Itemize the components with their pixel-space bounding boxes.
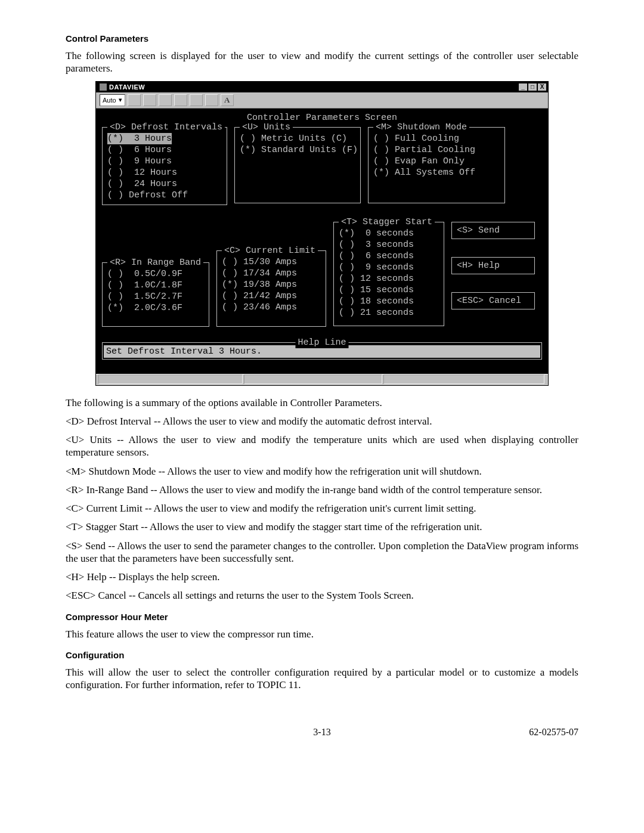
radio-option[interactable]: (*) 3 Hours bbox=[107, 133, 172, 144]
terminal-area: Controller Parameters Screen <D> Defrost… bbox=[96, 109, 548, 374]
titlebar: DATAVIEW _ □ X bbox=[96, 82, 548, 92]
radio-option[interactable]: ( ) 3 seconds bbox=[339, 239, 439, 250]
app-icon bbox=[100, 83, 107, 91]
status-panel-2 bbox=[244, 374, 382, 384]
group-current-limit[interactable]: <C> Current Limit ( ) 15/30 Amps( ) 17/3… bbox=[216, 250, 326, 327]
summary-item: <H> Help -- Displays the help screen. bbox=[66, 571, 578, 583]
summary-item: <ESC> Cancel -- Cancels all settings and… bbox=[66, 589, 578, 602]
help-line-legend: Help Line bbox=[295, 337, 348, 348]
section-heading-compressor-hour-meter: Compressor Hour Meter bbox=[66, 612, 578, 622]
toolbar-dropdown[interactable]: Auto ▾ bbox=[100, 94, 125, 106]
radio-option[interactable]: ( ) 9 seconds bbox=[339, 262, 439, 273]
radio-option[interactable]: ( ) 15/30 Amps bbox=[222, 256, 321, 268]
help-line-panel: Help Line Set Defrost Interval 3 Hours. bbox=[102, 342, 542, 360]
radio-option[interactable]: ( ) 1.0C/1.8F bbox=[107, 280, 204, 291]
toolbar-button-4[interactable] bbox=[174, 94, 187, 106]
radio-option[interactable]: (*) All Systems Off bbox=[373, 167, 500, 178]
radio-option[interactable]: ( ) 24 Hours bbox=[107, 178, 222, 190]
section-heading-control-parameters: Control Parameters bbox=[66, 33, 578, 44]
toolbar-button-1[interactable] bbox=[128, 94, 141, 106]
radio-option[interactable]: ( ) Full Cooling bbox=[373, 133, 500, 144]
summary-item: <R> In-Range Band -- Allows the user to … bbox=[66, 484, 578, 496]
radio-option[interactable]: ( ) 21 seconds bbox=[339, 307, 439, 318]
radio-option[interactable]: ( ) 1.5C/2.7F bbox=[107, 291, 204, 302]
radio-option[interactable]: ( ) 0.5C/0.9F bbox=[107, 268, 204, 280]
radio-option[interactable]: ( ) 9 Hours bbox=[107, 156, 222, 167]
radio-option[interactable]: ( ) Partial Cooling bbox=[373, 144, 500, 156]
group-legend: <T> Stagger Start bbox=[339, 216, 435, 228]
page-number: 3-13 bbox=[237, 727, 408, 738]
group-units[interactable]: <U> Units ( ) Metric Units (C)(*) Standa… bbox=[234, 127, 361, 203]
toolbar-button-3[interactable] bbox=[159, 94, 172, 106]
group-shutdown-mode[interactable]: <M> Shutdown Mode ( ) Full Cooling( ) Pa… bbox=[368, 127, 505, 203]
toolbar-dropdown-value: Auto bbox=[103, 97, 116, 104]
radio-option[interactable]: ( ) Metric Units (C) bbox=[240, 133, 355, 144]
toolbar: Auto ▾ A bbox=[96, 92, 548, 109]
radio-option[interactable]: ( ) Evap Fan Only bbox=[373, 156, 500, 167]
radio-option[interactable]: (*) 19/38 Amps bbox=[222, 279, 321, 290]
intro-paragraph: The following screen is displayed for th… bbox=[66, 49, 578, 75]
summary-item: <D> Defrost Interval -- Allows the user … bbox=[66, 415, 578, 428]
summary-item: <T> Stagger Start -- Allows the user to … bbox=[66, 521, 578, 533]
group-stagger-start[interactable]: <T> Stagger Start (*) 0 seconds( ) 3 sec… bbox=[333, 222, 444, 326]
app-window: DATAVIEW _ □ X Auto ▾ A bbox=[95, 81, 549, 386]
window-title: DATAVIEW bbox=[109, 83, 145, 91]
group-defrost-intervals[interactable]: <D> Defrost Intervals (*) 3 Hours( ) 6 H… bbox=[102, 127, 227, 205]
group-legend: <D> Defrost Intervals bbox=[107, 122, 225, 133]
status-panel-1 bbox=[98, 374, 243, 384]
radio-option[interactable]: ( ) 6 seconds bbox=[339, 250, 439, 262]
radio-option[interactable]: ( ) 12 seconds bbox=[339, 273, 439, 284]
radio-option[interactable]: (*) Standard Units (F) bbox=[240, 144, 355, 156]
radio-option[interactable]: ( ) Defrost Off bbox=[107, 190, 222, 201]
compressor-paragraph: This feature allows the user to view the… bbox=[66, 628, 578, 640]
radio-option[interactable]: ( ) 23/46 Amps bbox=[222, 302, 321, 313]
summary-item: <U> Units -- Allows the user to view and… bbox=[66, 433, 578, 459]
summary-item: <M> Shutdown Mode -- Allows the user to … bbox=[66, 465, 578, 478]
radio-option[interactable]: ( ) 21/42 Amps bbox=[222, 290, 321, 302]
group-legend: <M> Shutdown Mode bbox=[373, 122, 469, 133]
page-footer: 3-13 62-02575-07 bbox=[66, 727, 578, 738]
status-bar bbox=[96, 374, 548, 385]
cancel-button[interactable]: <ESC> Cancel bbox=[451, 292, 535, 309]
toolbar-button-text[interactable]: A bbox=[221, 94, 234, 106]
radio-option[interactable]: ( ) 12 Hours bbox=[107, 167, 222, 178]
summary-intro: The following is a summary of the option… bbox=[66, 397, 578, 409]
status-panel-3 bbox=[383, 374, 544, 384]
group-legend: <U> Units bbox=[240, 122, 293, 133]
radio-option[interactable]: (*) 2.0C/3.6F bbox=[107, 302, 204, 314]
document-number: 62-02575-07 bbox=[407, 727, 578, 738]
toolbar-button-5[interactable] bbox=[190, 94, 203, 106]
toolbar-button-6[interactable] bbox=[205, 94, 218, 106]
maximize-button[interactable]: □ bbox=[528, 83, 537, 91]
radio-option[interactable]: ( ) 17/34 Amps bbox=[222, 268, 321, 279]
section-heading-configuration: Configuration bbox=[66, 650, 578, 660]
minimize-button[interactable]: _ bbox=[518, 83, 528, 91]
configuration-paragraph: This will allow the user to select the c… bbox=[66, 666, 578, 692]
toolbar-button-2[interactable] bbox=[143, 94, 156, 106]
send-button[interactable]: <S> Send bbox=[451, 222, 535, 239]
radio-option[interactable]: ( ) 6 Hours bbox=[107, 144, 222, 156]
radio-option[interactable]: (*) 0 seconds bbox=[339, 228, 439, 239]
group-legend: <R> In Range Band bbox=[107, 257, 203, 268]
group-legend: <C> Current Limit bbox=[222, 245, 318, 256]
radio-option[interactable]: ( ) 18 seconds bbox=[339, 296, 439, 307]
summary-item: <C> Current Limit -- Allows the user to … bbox=[66, 502, 578, 515]
close-button[interactable]: X bbox=[537, 83, 547, 91]
group-in-range-band[interactable]: <R> In Range Band ( ) 0.5C/0.9F( ) 1.0C/… bbox=[102, 262, 209, 327]
screenshot: DATAVIEW _ □ X Auto ▾ A bbox=[66, 81, 578, 386]
help-button[interactable]: <H> Help bbox=[451, 257, 535, 274]
chevron-down-icon: ▾ bbox=[119, 96, 122, 104]
radio-option[interactable]: ( ) 15 seconds bbox=[339, 284, 439, 296]
summary-item: <S> Send -- Allows the user to send the … bbox=[66, 540, 578, 565]
